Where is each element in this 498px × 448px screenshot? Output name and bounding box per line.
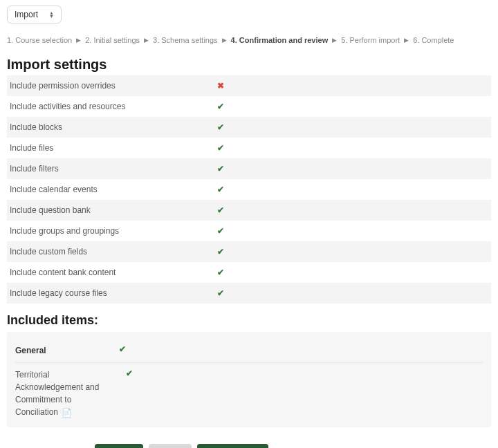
check-icon: ✔ [126, 368, 133, 378]
step-6: 6. Complete [413, 36, 454, 44]
setting-label: Include custom fields [10, 247, 217, 256]
setting-row: Include content bank content✔ [7, 262, 491, 283]
chevron-right-icon: ▶ [144, 37, 149, 44]
setting-row: Include calendar events✔ [7, 179, 491, 200]
page-icon: 📄 [62, 407, 72, 419]
step-4: 4. Confirmation and review [231, 36, 329, 44]
check-icon: ✔ [217, 102, 238, 111]
import-settings-title: Import settings [7, 57, 491, 73]
included-section-title: General [15, 344, 91, 355]
chevron-right-icon: ▶ [222, 37, 227, 44]
check-icon: ✔ [217, 268, 238, 277]
step-1: 1. Course selection [7, 36, 72, 44]
step-3: 3. Schema settings [153, 36, 218, 44]
check-icon: ✔ [217, 205, 238, 215]
setting-row: Include files✔ [7, 138, 491, 158]
setting-row: Include groups and groupings✔ [7, 221, 491, 241]
breadcrumb: 1. Course selection▶2. Initial settings▶… [7, 36, 491, 44]
setting-label: Include calendar events [10, 185, 217, 194]
setting-row: Include filters✔ [7, 158, 491, 179]
included-items-title: Included items: [7, 313, 491, 328]
included-item: Territorial Acknowledgement and Commitme… [15, 363, 483, 422]
setting-label: Include filters [10, 164, 217, 174]
check-icon: ✔ [217, 288, 238, 298]
setting-label: Include legacy course files [10, 288, 217, 298]
check-icon: ✔ [217, 143, 238, 153]
included-item-label: Territorial Acknowledgement and Commitme… [15, 368, 105, 419]
check-icon: ✔ [217, 122, 238, 132]
import-settings-list: Include permission overrides✖Include act… [7, 75, 491, 304]
step-2: 2. Initial settings [85, 36, 140, 44]
included-section-header: General✔ [15, 337, 483, 363]
included-items-box: General✔Territorial Acknowledgement and … [7, 332, 491, 427]
setting-row: Include permission overrides✖ [7, 75, 491, 96]
setting-row: Include blocks✔ [7, 117, 491, 138]
cancel-button[interactable]: Cancel [149, 444, 191, 448]
setting-row: Include question bank✔ [7, 200, 491, 221]
check-icon: ✔ [217, 226, 238, 236]
setting-row: Include custom fields✔ [7, 241, 491, 262]
sort-icon: ▲▼ [49, 11, 54, 18]
setting-label: Include activities and resources [10, 102, 217, 111]
chevron-right-icon: ▶ [404, 37, 409, 44]
cross-icon: ✖ [217, 81, 238, 91]
step-5: 5. Perform import [341, 36, 400, 44]
action-bar: Previous Cancel Perform import Click 'Pe… [7, 444, 491, 448]
setting-row: Include activities and resources✔ [7, 96, 491, 117]
check-icon: ✔ [119, 344, 126, 354]
check-icon: ✔ [217, 247, 238, 256]
chevron-right-icon: ▶ [332, 37, 337, 44]
chevron-right-icon: ▶ [76, 37, 81, 44]
check-icon: ✔ [217, 164, 238, 174]
setting-label: Include blocks [10, 122, 217, 132]
perform-import-button[interactable]: Perform import [197, 444, 268, 448]
setting-label: Include content bank content [10, 268, 217, 277]
setting-label: Include files [10, 143, 217, 153]
check-icon: ✔ [217, 185, 238, 194]
setting-label: Include permission overrides [10, 81, 217, 91]
mode-dropdown-label: Import [15, 10, 38, 19]
setting-label: Include question bank [10, 205, 217, 215]
setting-label: Include groups and groupings [10, 226, 217, 236]
previous-button[interactable]: Previous [95, 444, 144, 448]
setting-row: Include legacy course files✔ [7, 283, 491, 304]
mode-dropdown[interactable]: Import ▲▼ [7, 6, 62, 24]
